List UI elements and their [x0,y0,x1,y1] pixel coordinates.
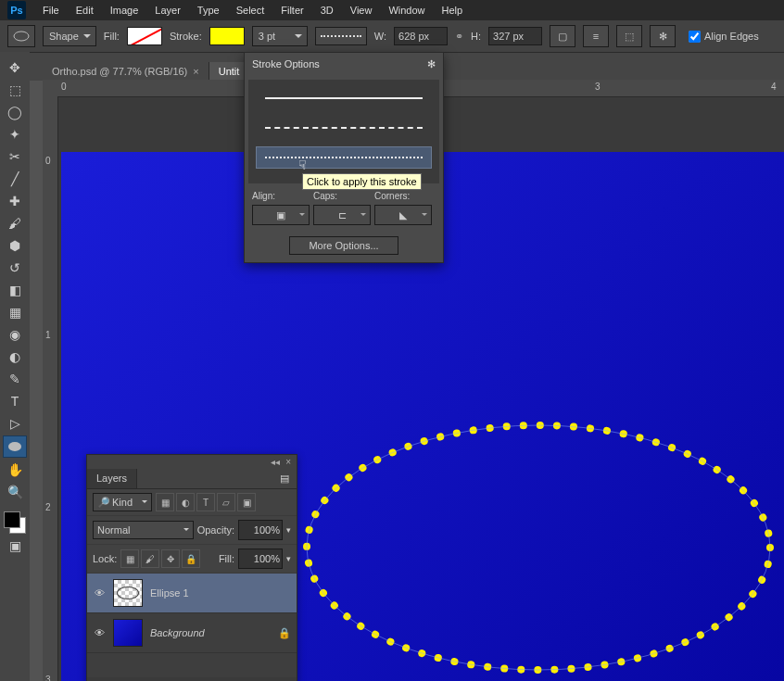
layer-background[interactable]: 👁 Background 🔒 [87,613,297,653]
layer-name[interactable]: Ellipse 1 [150,587,189,599]
corners-dropdown[interactable]: ◣ [374,205,432,225]
fill-input[interactable] [238,549,283,569]
align-edges-checkbox[interactable]: Align Edges [689,31,759,43]
corners-label: Corners: [374,191,436,201]
visibility-icon[interactable]: 👁 [93,586,106,599]
pen-tool[interactable]: ✎ [4,369,26,389]
align-label: Align: [252,191,313,201]
menu-image[interactable]: Image [103,3,146,18]
width-label: W: [374,31,386,42]
collapse-icon[interactable]: ◂◂ [271,457,280,467]
gradient-tool[interactable]: ▦ [4,302,26,322]
menu-file[interactable]: File [35,3,67,18]
stroke-label: Stroke: [170,31,202,42]
wand-tool[interactable]: ✦ [4,124,26,145]
blur-tool[interactable]: ◉ [4,324,26,345]
opacity-input[interactable] [238,520,283,540]
brush-tool[interactable]: 🖌 [4,213,26,233]
layer-thumb[interactable] [113,579,143,607]
filter-adjust-icon[interactable]: ◐ [176,493,195,511]
fill-arrow-icon[interactable]: ▾ [286,554,291,563]
layers-tab[interactable]: Layers [87,469,137,488]
stroke-swatch[interactable] [209,27,245,45]
history-brush-tool[interactable]: ↺ [4,258,26,278]
filter-pixel-icon[interactable]: ▦ [156,493,174,511]
popup-gear-icon[interactable]: ✻ [427,58,436,70]
lock-all-icon[interactable]: 🔒 [182,549,200,568]
menu-view[interactable]: View [343,3,380,18]
menu-3d[interactable]: 3D [313,3,341,18]
zoom-tool[interactable]: 🔍 [4,482,26,502]
caps-dropdown[interactable]: ⊏ [313,205,371,225]
stroke-width-input[interactable]: 3 pt [252,26,308,46]
stroke-type-dropdown[interactable] [315,27,367,45]
close-panel-icon[interactable]: × [285,457,291,467]
filter-smart-icon[interactable]: ▣ [237,493,256,511]
lock-pos-icon[interactable]: ✥ [161,549,180,568]
lock-pixel-icon[interactable]: 🖌 [141,549,159,568]
width-input[interactable] [394,27,448,45]
menu-help[interactable]: Help [435,3,471,18]
path-ops-icon[interactable]: ▢ [550,25,575,47]
filter-type-icon[interactable]: T [196,493,215,511]
panel-menu-icon[interactable]: ▤ [272,469,297,488]
layer-thumb[interactable] [113,619,143,647]
more-options-button[interactable]: More Options... [289,236,398,255]
filter-kind-dropdown[interactable]: 🔎Kind [93,493,152,511]
menu-type[interactable]: Type [190,3,227,18]
arrange-icon[interactable]: ⬚ [616,25,642,47]
marquee-tool[interactable]: ⬚ [4,80,26,100]
crop-tool[interactable]: ✂ [4,146,26,167]
color-swatches[interactable] [4,511,26,534]
type-tool[interactable]: T [4,391,26,411]
lock-label: Lock: [93,553,117,564]
dodge-tool[interactable]: ◐ [4,347,26,367]
eraser-tool[interactable]: ◧ [4,280,26,300]
popup-title: Stroke Options [252,58,320,70]
layer-name[interactable]: Background [150,627,205,638]
layer-ellipse[interactable]: 👁 Ellipse 1 [87,574,297,613]
stroke-dashed[interactable] [256,117,432,139]
layer-footer: ⚭ fx▪ ◐ ◑ 🗀 ▦ 🗑 [87,677,297,681]
blend-mode-dropdown[interactable]: Normal [93,521,194,539]
menu-window[interactable]: Window [381,3,432,18]
tab-ortho[interactable]: Ortho.psd @ 77.7% (RGB/16)× [43,62,209,81]
align-dropdown[interactable]: ▣ [252,205,310,225]
path-select-tool[interactable]: ▷ [4,413,26,434]
caps-label: Caps: [313,191,374,201]
quickmask-icon[interactable]: ▣ [4,536,26,556]
tool-preset[interactable] [7,25,35,47]
close-icon[interactable]: × [193,66,198,77]
lock-icon: 🔒 [278,627,291,639]
menu-edit[interactable]: Edit [69,3,101,18]
tooltip: Click to apply this stroke [302,173,422,190]
stroke-dotted[interactable] [256,146,432,169]
lasso-tool[interactable]: ◯ [4,102,26,122]
menu-select[interactable]: Select [229,3,272,18]
height-label: H: [471,31,481,42]
heal-tool[interactable]: ✚ [4,191,26,211]
cursor-icon: ☟ [298,158,307,172]
ellipse-tool[interactable] [3,435,27,458]
stamp-tool[interactable]: ⬢ [4,235,26,256]
shape-mode-dropdown[interactable]: Shape [43,26,96,46]
menu-layer[interactable]: Layer [147,3,188,18]
move-tool[interactable]: ✥ [4,57,26,78]
stroke-solid[interactable] [256,87,432,109]
fill-swatch[interactable] [127,27,162,45]
svg-point-0 [14,32,29,41]
menu-filter[interactable]: Filter [273,3,310,18]
opacity-arrow-icon[interactable]: ▾ [286,525,291,535]
options-bar: Shape Fill: Stroke: 3 pt W: ⚭ H: ▢ ≡ ⬚ ✻… [0,20,784,53]
toolbar: ✥ ⬚ ◯ ✦ ✂ ╱ ✚ 🖌 ⬢ ↺ ◧ ▦ ◉ ◐ ✎ T ▷ ✋ 🔍 ▣ [0,52,30,681]
visibility-icon[interactable]: 👁 [93,626,106,639]
align-icon[interactable]: ≡ [583,25,609,47]
link-icon[interactable]: ⚭ [455,31,463,43]
height-input[interactable] [488,27,542,45]
lock-trans-icon[interactable]: ▦ [120,549,139,568]
filter-shape-icon[interactable]: ▱ [217,493,235,511]
gear-icon[interactable]: ✻ [650,25,676,47]
hand-tool[interactable]: ✋ [4,460,26,480]
svg-point-1 [8,442,21,451]
eyedropper-tool[interactable]: ╱ [4,169,26,189]
